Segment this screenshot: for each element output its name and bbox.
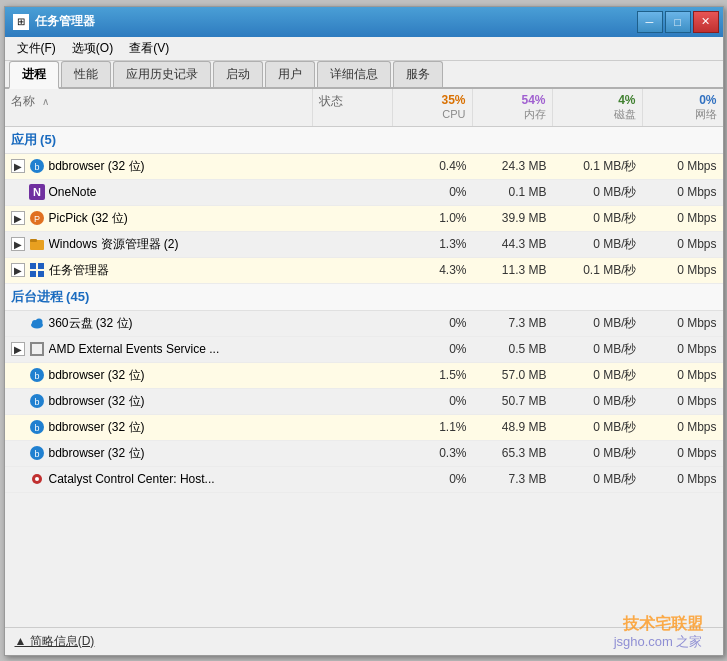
row-network: 0 Mbps [643,208,723,228]
tab-services[interactable]: 服务 [393,61,443,87]
row-status [313,372,393,378]
process-name: AMD External Events Service ... [49,342,220,356]
maximize-button[interactable]: □ [665,11,691,33]
row-memory: 44.3 MB [473,234,553,254]
row-name: b bdbrowser (32 位) [5,364,313,387]
table-row[interactable]: Catalyst Control Center: Host... 0% 7.3 … [5,467,723,493]
section-header-apps: 应用 (5) [5,127,723,154]
row-memory: 0.1 MB [473,182,553,202]
tab-startup[interactable]: 启动 [213,61,263,87]
row-memory: 48.9 MB [473,417,553,437]
row-name: ▶ b bdbrowser (32 位) [5,155,313,178]
row-cpu: 1.1% [393,417,473,437]
tab-bar: 进程 性能 应用历史记录 启动 用户 详细信息 服务 [5,61,723,89]
tab-app-history[interactable]: 应用历史记录 [113,61,211,87]
minimize-button[interactable]: ─ [637,11,663,33]
tab-performance[interactable]: 性能 [61,61,111,87]
svg-rect-11 [38,271,44,277]
process-icon: b [29,445,45,461]
process-icon: b [29,367,45,383]
row-memory: 50.7 MB [473,391,553,411]
process-icon: b [29,393,45,409]
row-status [313,398,393,404]
header-disk[interactable]: 4% 磁盘 [553,89,643,126]
row-cpu: 0% [393,182,473,202]
section-label: 应用 (5) [11,131,717,149]
process-name: bdbrowser (32 位) [49,445,145,462]
table-row[interactable]: b bdbrowser (32 位) 1.5% 57.0 MB 0 MB/秒 0… [5,363,723,389]
row-cpu: 1.5% [393,365,473,385]
table-row[interactable]: ▶ 任务管理器 4.3% 11.3 MB 0.1 MB/秒 0 Mbps [5,258,723,284]
table-row[interactable]: b bdbrowser (32 位) 0% 50.7 MB 0 MB/秒 0 M… [5,389,723,415]
row-network: 0 Mbps [643,391,723,411]
svg-text:b: b [34,449,39,459]
expand-button[interactable]: ▶ [11,263,25,277]
process-icon [29,341,45,357]
row-status [313,189,393,195]
table-row[interactable]: N OneNote 0% 0.1 MB 0 MB/秒 0 Mbps [5,180,723,206]
row-cpu: 4.3% [393,260,473,280]
table-row[interactable]: b bdbrowser (32 位) 0.3% 65.3 MB 0 MB/秒 0… [5,441,723,467]
row-network: 0 Mbps [643,182,723,202]
row-network: 0 Mbps [643,339,723,359]
svg-rect-8 [30,263,36,269]
process-icon: b [29,419,45,435]
row-network: 0 Mbps [643,365,723,385]
row-status [313,476,393,482]
svg-rect-9 [38,263,44,269]
section-label: 后台进程 (45) [11,288,717,306]
header-network[interactable]: 0% 网络 [643,89,723,126]
row-disk: 0 MB/秒 [553,468,643,491]
process-icon: P [29,210,45,226]
row-name: 360云盘 (32 位) [5,312,313,335]
status-summary[interactable]: ▲ 简略信息(D) [15,633,95,650]
sort-arrow: ∧ [42,96,49,107]
table-row[interactable]: ▶ AMD External Events Service ... 0% 0.5… [5,337,723,363]
process-icon: b [29,158,45,174]
row-cpu: 0.3% [393,443,473,463]
tab-details[interactable]: 详细信息 [317,61,391,87]
expand-button[interactable]: ▶ [11,342,25,356]
process-name: bdbrowser (32 位) [49,158,145,175]
expand-button[interactable]: ▶ [11,159,25,173]
header-status[interactable]: 状态 [313,89,393,126]
process-icon [29,262,45,278]
row-name: ▶ Windows 资源管理器 (2) [5,233,313,256]
table-row[interactable]: 360云盘 (32 位) 0% 7.3 MB 0 MB/秒 0 Mbps [5,311,723,337]
row-name: b bdbrowser (32 位) [5,442,313,465]
expand-button[interactable]: ▶ [11,237,25,251]
window-controls: ─ □ ✕ [637,11,719,33]
menu-view[interactable]: 查看(V) [121,38,177,59]
row-disk: 0 MB/秒 [553,390,643,413]
header-cpu[interactable]: 35% CPU [393,89,473,126]
table-row[interactable]: ▶ P PicPick (32 位) 1.0% 39.9 MB 0 MB/秒 0… [5,206,723,232]
row-status [313,450,393,456]
row-status [313,163,393,169]
table-header: 名称 ∧ 状态 35% CPU 54% 内存 4% 磁盘 0% 网络 [5,89,723,127]
row-network: 0 Mbps [643,313,723,333]
table-row[interactable]: b bdbrowser (32 位) 1.1% 48.9 MB 0 MB/秒 0… [5,415,723,441]
header-name[interactable]: 名称 ∧ [5,89,313,126]
row-status [313,346,393,352]
row-cpu: 0% [393,339,473,359]
menu-bar: 文件(F) 选项(O) 查看(V) [5,37,723,61]
menu-file[interactable]: 文件(F) [9,38,64,59]
expand-button[interactable]: ▶ [11,211,25,225]
tab-users[interactable]: 用户 [265,61,315,87]
close-button[interactable]: ✕ [693,11,719,33]
row-disk: 0 MB/秒 [553,207,643,230]
menu-options[interactable]: 选项(O) [64,38,121,59]
row-disk: 0 MB/秒 [553,338,643,361]
row-disk: 0.1 MB/秒 [553,259,643,282]
header-memory[interactable]: 54% 内存 [473,89,553,126]
row-network: 0 Mbps [643,469,723,489]
tab-processes[interactable]: 进程 [9,61,59,89]
row-cpu: 0% [393,391,473,411]
process-name: Windows 资源管理器 (2) [49,236,179,253]
row-disk: 0 MB/秒 [553,364,643,387]
table-row[interactable]: ▶ Windows 资源管理器 (2) 1.3% 44.3 MB 0 MB/秒 … [5,232,723,258]
table-row[interactable]: ▶ b bdbrowser (32 位) 0.4% 24.3 MB 0.1 MB… [5,154,723,180]
row-disk: 0 MB/秒 [553,181,643,204]
row-memory: 39.9 MB [473,208,553,228]
row-network: 0 Mbps [643,234,723,254]
